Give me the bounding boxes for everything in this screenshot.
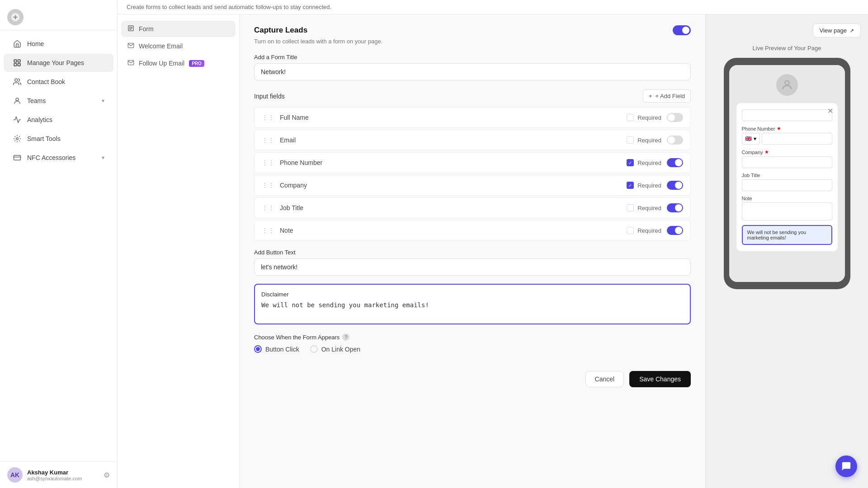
drag-handle-company[interactable]: ⋮⋮ bbox=[262, 182, 274, 189]
form-title-input[interactable] bbox=[254, 63, 691, 80]
phone-input-row-company: Company ★ bbox=[742, 149, 832, 168]
svg-rect-4 bbox=[18, 64, 20, 66]
contacts-icon bbox=[13, 77, 22, 86]
phone-required-star: ★ bbox=[777, 126, 781, 131]
required-label-company: Required bbox=[637, 182, 661, 189]
button-text-input[interactable] bbox=[254, 258, 691, 276]
required-checkbox-company[interactable] bbox=[627, 182, 634, 189]
required-checkbox-full-name[interactable] bbox=[627, 114, 634, 121]
tools-icon bbox=[13, 134, 22, 143]
content-area: Form Welcome Email Follow Up Email PRO C… bbox=[118, 14, 868, 488]
phone-flag: 🇬🇧 ▾ bbox=[742, 133, 760, 145]
radio-on-link-open[interactable]: On Link Open bbox=[310, 345, 360, 353]
drag-handle-email[interactable]: ⋮⋮ bbox=[262, 136, 274, 144]
required-checkbox-job-title[interactable] bbox=[627, 204, 634, 211]
gear-icon[interactable]: ⚙ bbox=[104, 471, 110, 479]
choose-title-text: Choose When the Form Appears bbox=[254, 334, 340, 341]
field-toggle-full-name[interactable] bbox=[667, 113, 683, 122]
disclaimer-section: Disclaimer We will not be sending you ma… bbox=[254, 284, 691, 324]
required-wrap-email: Required bbox=[627, 136, 661, 144]
choose-title: Choose When the Form Appears ? bbox=[254, 333, 691, 341]
field-toggle-job-title[interactable] bbox=[667, 203, 683, 212]
view-page-button[interactable]: View page ↗ bbox=[813, 23, 861, 38]
chevron-down-icon-nfc: ▾ bbox=[102, 155, 104, 161]
sidebar-item-contact-book[interactable]: Contact Book bbox=[4, 73, 113, 91]
form-icon bbox=[127, 25, 134, 33]
user-info: Akshay Kumar ash@synxautomate.com bbox=[27, 469, 99, 481]
fields-header: Input fields + + Add Field bbox=[254, 89, 691, 103]
chat-bubble-button[interactable] bbox=[835, 455, 857, 477]
fields-title: Input fields bbox=[254, 93, 285, 100]
sidebar-item-home[interactable]: Home bbox=[4, 35, 113, 53]
drag-handle-phone[interactable]: ⋮⋮ bbox=[262, 159, 274, 166]
sub-nav-form[interactable]: Form bbox=[121, 21, 236, 37]
field-name-job-title: Job Title bbox=[280, 204, 621, 211]
cancel-button[interactable]: Cancel bbox=[585, 371, 624, 387]
drag-handle-job-title[interactable]: ⋮⋮ bbox=[262, 204, 274, 211]
phone-screen: ✕ Phone Number ★ bbox=[729, 65, 845, 282]
disclaimer-label: Disclaimer bbox=[261, 291, 684, 298]
nfc-icon bbox=[13, 153, 22, 162]
sidebar-item-nfc-accessories[interactable]: NFC Accessories ▾ bbox=[4, 149, 113, 167]
required-label-job-title: Required bbox=[637, 205, 661, 211]
sidebar-item-label-smart-tools: Smart Tools bbox=[27, 135, 104, 142]
required-wrap-job-title: Required bbox=[627, 204, 661, 211]
required-checkbox-phone[interactable] bbox=[627, 159, 634, 166]
phone-input-box-top bbox=[742, 109, 832, 121]
field-name-company: Company bbox=[280, 182, 621, 189]
required-checkbox-email[interactable] bbox=[627, 136, 634, 144]
save-changes-button[interactable]: Save Changes bbox=[629, 371, 691, 387]
field-name-phone: Phone Number bbox=[280, 159, 621, 166]
phone-input-label-job-title: Job Title bbox=[742, 173, 832, 178]
required-wrap-note: Required bbox=[627, 227, 661, 234]
avatar: AK bbox=[7, 467, 23, 483]
field-toggle-company[interactable] bbox=[667, 181, 683, 190]
sidebar-logo bbox=[7, 9, 24, 25]
svg-point-7 bbox=[16, 138, 19, 140]
field-toggle-phone[interactable] bbox=[667, 158, 683, 167]
phone-avatar bbox=[776, 74, 798, 96]
sidebar-item-label-teams: Teams bbox=[27, 97, 96, 104]
phone-input-label-note: Note bbox=[742, 196, 832, 201]
sidebar-bottom: AK Akshay Kumar ash@synxautomate.com ⚙ bbox=[0, 461, 117, 488]
radio-button-click[interactable]: Button Click bbox=[254, 345, 299, 353]
radio-group: Button Click On Link Open bbox=[254, 345, 691, 353]
button-text-label: Add Button Text bbox=[254, 249, 691, 256]
job-title-input-box bbox=[742, 179, 832, 191]
field-name-full-name: Full Name bbox=[280, 114, 621, 121]
phone-input-label-company: Company ★ bbox=[742, 149, 832, 155]
required-wrap-full-name: Required bbox=[627, 114, 661, 121]
sidebar-item-analytics[interactable]: Analytics bbox=[4, 111, 113, 129]
svg-rect-3 bbox=[14, 64, 16, 66]
phone-close-icon[interactable]: ✕ bbox=[827, 107, 833, 115]
field-toggle-note[interactable] bbox=[667, 226, 683, 235]
sidebar-item-manage-pages[interactable]: Manage Your Pages bbox=[4, 54, 113, 72]
drag-handle-full-name[interactable]: ⋮⋮ bbox=[262, 114, 274, 121]
disclaimer-input[interactable]: We will not be sending you marketing ema… bbox=[261, 301, 684, 316]
sidebar-nav: Home Manage Your Pages Contact Book Team… bbox=[0, 30, 117, 461]
capture-leads-toggle[interactable] bbox=[673, 25, 691, 35]
required-label-full-name: Required bbox=[637, 114, 661, 121]
required-checkbox-note[interactable] bbox=[627, 227, 634, 234]
note-input-box bbox=[742, 202, 832, 221]
capture-leads-desc: Turn on to collect leads with a form on … bbox=[254, 38, 691, 45]
field-toggle-email[interactable] bbox=[667, 136, 683, 145]
user-name: Akshay Kumar bbox=[27, 469, 99, 476]
svg-point-10 bbox=[785, 81, 789, 85]
sub-nav-follow-up-email[interactable]: Follow Up Email PRO bbox=[121, 55, 236, 71]
sidebar-item-label-nfc-accessories: NFC Accessories bbox=[27, 154, 96, 161]
field-row-company: ⋮⋮ Company Required bbox=[254, 175, 691, 196]
phone-input-label-phone: Phone Number ★ bbox=[742, 126, 832, 131]
svg-point-5 bbox=[15, 79, 18, 81]
user-email: ash@synxautomate.com bbox=[27, 476, 99, 481]
sidebar-item-teams[interactable]: Teams ▾ bbox=[4, 92, 113, 110]
capture-leads-title: Capture Leads bbox=[254, 26, 307, 35]
drag-handle-note[interactable]: ⋮⋮ bbox=[262, 227, 274, 234]
sub-nav-welcome-email[interactable]: Welcome Email bbox=[121, 38, 236, 54]
radio-button-click-label: Button Click bbox=[265, 346, 299, 353]
sidebar-item-smart-tools[interactable]: Smart Tools bbox=[4, 130, 113, 148]
phone-modal-bg: ✕ Phone Number ★ bbox=[729, 65, 845, 282]
required-wrap-company: Required bbox=[627, 182, 661, 189]
add-field-button[interactable]: + + Add Field bbox=[643, 89, 691, 103]
main-wrapper: Create forms to collect leads and send a… bbox=[118, 0, 868, 488]
